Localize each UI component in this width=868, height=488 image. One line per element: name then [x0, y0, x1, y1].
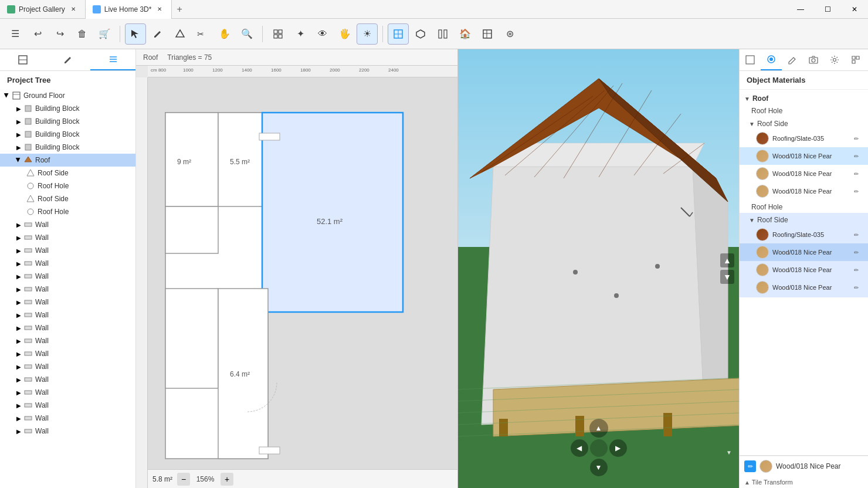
- zoom-3d-down[interactable]: ▼: [720, 270, 734, 284]
- visibility-btn-wall13[interactable]: 👁: [113, 375, 123, 384]
- lock-btn-wall9[interactable]: 🔒: [124, 323, 133, 333]
- grid-tool[interactable]: [267, 23, 289, 45]
- visibility-btn-wall14[interactable]: 👁: [113, 388, 123, 397]
- tree-arrow-bb3[interactable]: ▶: [14, 130, 23, 139]
- visibility-btn-wall15[interactable]: 👁: [113, 401, 123, 410]
- new-tab-button[interactable]: +: [172, 4, 187, 15]
- mat-edit-wood-nice-pear2[interactable]: ✏: [852, 169, 861, 178]
- visibility-btn-rh1[interactable]: 👁: [113, 181, 123, 191]
- lock-btn-rs1[interactable]: 🔒: [124, 168, 133, 178]
- lock-btn-ground-floor[interactable]: 🔒: [124, 91, 133, 100]
- nav-left[interactable]: ◀: [571, 439, 588, 457]
- tree-arrow-wall2[interactable]: ▶: [14, 233, 23, 242]
- lock-btn-wall2[interactable]: 🔒: [124, 233, 133, 242]
- tree-arrow-wall3[interactable]: ▶: [14, 246, 23, 255]
- undo-button[interactable]: ↩: [27, 23, 48, 45]
- visibility-btn-roof[interactable]: 👁: [113, 155, 123, 165]
- tree-item-wall3[interactable]: ▶ Wall 👁 🔒: [0, 244, 135, 257]
- visibility-btn-wall11[interactable]: 👁: [113, 349, 123, 358]
- canvas-area[interactable]: 9 m² 5.5 m² 52.1 m² 6.4 m² 2: [148, 77, 457, 469]
- sun-tool[interactable]: ☀: [357, 23, 378, 45]
- lock-btn-wall3[interactable]: 🔒: [124, 246, 133, 255]
- tree-arrow-wall5[interactable]: ▶: [14, 272, 23, 281]
- mat-item-wood-nice-pear2[interactable]: Wood/018 Nice Pear ✏: [740, 165, 868, 182]
- tree-arrow-wall16[interactable]: ▶: [14, 414, 23, 423]
- mat-item-roofing-slate2[interactable]: Roofing/Slate-035 ✏: [740, 226, 868, 243]
- mat-edit-roofing-slate1[interactable]: ✏: [852, 134, 861, 143]
- rp-tab-camera[interactable]: [803, 49, 824, 70]
- visibility-btn-bb2[interactable]: 👁: [113, 117, 123, 126]
- zoom-in-button[interactable]: +: [221, 473, 233, 486]
- visibility-btn-ground-floor[interactable]: 👁: [113, 91, 123, 100]
- lock-btn-rs2[interactable]: 🔒: [124, 194, 133, 204]
- visibility-btn-wall6[interactable]: 👁: [113, 284, 123, 294]
- tree-arrow-wall8[interactable]: ▶: [14, 310, 23, 320]
- tree-item-bb3[interactable]: ▶ Building Block 👁 🔒: [0, 128, 135, 141]
- tree-arrow-wall17[interactable]: ▶: [14, 426, 23, 436]
- rp-tab-shapes[interactable]: [740, 49, 761, 70]
- left-tab-tree[interactable]: [90, 49, 135, 70]
- select-tool[interactable]: [125, 23, 146, 45]
- tree-arrow-bb2[interactable]: ▶: [14, 117, 23, 126]
- visibility-btn-wall10[interactable]: 👁: [113, 336, 123, 345]
- tree-item-bb1[interactable]: ▶ Building Block 👁 🔒: [0, 102, 135, 115]
- visibility-btn-rs1[interactable]: 👁: [113, 168, 123, 178]
- mat-edit-wood-nice-pear5[interactable]: ✏: [852, 265, 861, 274]
- lock-btn-wall14[interactable]: 🔒: [124, 388, 133, 397]
- tree-arrow-wall14[interactable]: ▶: [14, 388, 23, 397]
- mode-home[interactable]: 🏠: [455, 23, 476, 45]
- tab-close-home[interactable]: ✕: [155, 5, 164, 14]
- lock-btn-wall8[interactable]: 🔒: [124, 310, 133, 320]
- tree-arrow-bb1[interactable]: ▶: [14, 104, 23, 113]
- left-tab-edit[interactable]: [45, 49, 90, 70]
- mat-group-roof-header[interactable]: ▼ Roof: [740, 92, 868, 105]
- visibility-btn-wall9[interactable]: 👁: [113, 323, 123, 333]
- visibility-btn-wall4[interactable]: 👁: [113, 259, 123, 268]
- tree-item-wall1[interactable]: ▶ Wall 👁 🔒: [0, 218, 135, 231]
- mat-edit-roofing-slate2[interactable]: ✏: [852, 230, 861, 239]
- roof-collapse-arrow[interactable]: ▼: [744, 96, 750, 102]
- lock-btn-wall10[interactable]: 🔒: [124, 336, 133, 345]
- draw-tool[interactable]: [147, 23, 168, 45]
- redo-button[interactable]: ↪: [49, 23, 70, 45]
- nav-right[interactable]: ▶: [609, 439, 627, 457]
- visibility-btn-rs2[interactable]: 👁: [113, 194, 123, 204]
- tree-arrow-wall10[interactable]: ▶: [14, 336, 23, 345]
- tree-item-wall2[interactable]: ▶ Wall 👁 🔒: [0, 231, 135, 244]
- tree-item-ground-floor[interactable]: ▶ Ground Floor 👁 🔒: [0, 89, 135, 102]
- tree-arrow-ground-floor[interactable]: ▶: [2, 91, 12, 100]
- material-edit-btn[interactable]: ✏: [744, 460, 756, 472]
- mat-item-roofing-slate1[interactable]: Roofing/Slate-035 ✏: [740, 130, 868, 147]
- tree-arrow-wall1[interactable]: ▶: [14, 220, 23, 229]
- tree-arrow-roof[interactable]: ▶: [14, 155, 23, 165]
- tree-arrow-bb4[interactable]: ▶: [14, 143, 23, 152]
- rp-tab-more[interactable]: [845, 49, 866, 70]
- lock-btn-wall6[interactable]: 🔒: [124, 284, 133, 294]
- tree-item-rs2[interactable]: Roof Side 👁 🔒: [0, 192, 135, 205]
- lock-btn-wall16[interactable]: 🔒: [124, 414, 133, 423]
- zoom-tool[interactable]: 🔍: [236, 23, 257, 45]
- mat-item-wood-nice-pear3[interactable]: Wood/018 Nice Pear ✏: [740, 182, 868, 200]
- mat-edit-wood-nice-pear6[interactable]: ✏: [852, 283, 861, 292]
- visibility-btn-rh2[interactable]: 👁: [113, 207, 123, 216]
- mat-item-wood-nice-pear1[interactable]: Wood/018 Nice Pear ✏: [740, 147, 868, 165]
- win-close[interactable]: ✕: [841, 0, 868, 19]
- mat-edit-wood-nice-pear1[interactable]: ✏: [852, 151, 861, 161]
- mat-item-wood-nice-pear4[interactable]: Wood/018 Nice Pear ✏: [740, 243, 868, 261]
- tree-item-wall13[interactable]: ▶ Wall 👁 🔒: [0, 373, 135, 386]
- tab-live-home[interactable]: Live Home 3D* ✕: [86, 0, 172, 19]
- shape-tool[interactable]: [169, 23, 191, 45]
- visibility-btn-bb1[interactable]: 👁: [113, 104, 123, 113]
- roofside1-collapse-arrow[interactable]: ▼: [749, 121, 755, 127]
- visibility-btn-wall2[interactable]: 👁: [113, 233, 123, 242]
- tree-item-wall6[interactable]: ▶ Wall 👁 🔒: [0, 283, 135, 296]
- tab-close-gallery[interactable]: ✕: [69, 5, 78, 14]
- mat-subgroup-roofside2-header[interactable]: ▼ Roof Side: [740, 214, 868, 226]
- tree-item-wall15[interactable]: ▶ Wall 👁 🔒: [0, 399, 135, 412]
- tree-item-rh1[interactable]: Roof Hole 👁 🔒: [0, 179, 135, 192]
- lock-btn-bb3[interactable]: 🔒: [124, 130, 133, 139]
- mode-2d[interactable]: [388, 23, 409, 45]
- tile-expand-arrow[interactable]: ▲: [744, 479, 750, 486]
- cart-button[interactable]: 🛒: [94, 23, 115, 45]
- tree-item-wall10[interactable]: ▶ Wall 👁 🔒: [0, 334, 135, 347]
